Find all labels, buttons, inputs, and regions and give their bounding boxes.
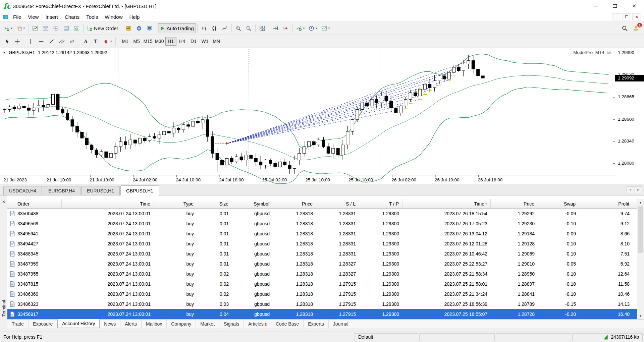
order-row-33496569[interactable]: 334965692023.07.24 13:00:01buy0.01gbpusd…: [7, 219, 637, 229]
terminal-button[interactable]: [61, 23, 71, 33]
bars-button[interactable]: [199, 23, 209, 33]
timeframe-w1[interactable]: W1: [200, 37, 211, 46]
templates-button[interactable]: ▾: [319, 23, 332, 33]
terminal-tab-trade[interactable]: Trade: [7, 320, 29, 328]
price-chart[interactable]: [0, 48, 615, 184]
line-chart-button[interactable]: [220, 23, 230, 33]
chart-tab-usdcad-h4[interactable]: USDCAD,H4: [3, 186, 42, 195]
menu-help[interactable]: Help: [126, 14, 143, 20]
order-row-33487955[interactable]: 334879552023.07.24 13:00:01buy0.02gbpusd…: [7, 269, 637, 279]
terminal-tab-code-base[interactable]: Code Base: [271, 320, 304, 328]
chart-close-button[interactable]: ✕: [632, 13, 641, 20]
templates-dropdown-icon[interactable]: ▾: [328, 26, 330, 30]
column-header-close-price[interactable]: Price: [491, 199, 538, 208]
tab-scroll-left-icon[interactable]: ◄: [627, 186, 634, 193]
market-watch-button[interactable]: [30, 23, 40, 33]
autotrading-button[interactable]: AutoTrading: [158, 23, 196, 33]
terminal-tab-company[interactable]: Company: [167, 320, 196, 328]
column-header-sl[interactable]: S / L: [316, 199, 359, 208]
order-row-33494427[interactable]: 334944272023.07.24 13:00:01buy0.01gbpusd…: [7, 239, 637, 249]
order-row-33488345[interactable]: 334883452023.07.24 13:00:01buy0.01gbpusd…: [7, 249, 637, 259]
search-icon[interactable]: [622, 25, 628, 32]
column-header-symbol[interactable]: Symbol: [232, 199, 273, 208]
profiles-button[interactable]: ▾: [14, 23, 27, 33]
menu-file[interactable]: File: [10, 14, 24, 20]
minimize-button[interactable]: [586, 0, 605, 12]
zoom-out-button[interactable]: [244, 23, 254, 33]
close-button[interactable]: ✕: [625, 0, 644, 12]
menu-charts[interactable]: Charts: [61, 14, 83, 20]
vertical-line-button[interactable]: [25, 36, 36, 46]
terminal-tab-mailbox[interactable]: Mailbox: [142, 320, 167, 328]
column-header-order[interactable]: Order: [7, 199, 62, 208]
indicators-dropdown-icon[interactable]: ▾: [303, 26, 305, 30]
navigator-button[interactable]: [51, 23, 61, 33]
terminal-tab-experts[interactable]: Experts: [304, 320, 328, 328]
column-header-close-time[interactable]: Time▿: [402, 199, 491, 208]
terminal-tab-journal[interactable]: Journal: [329, 320, 353, 328]
timeframe-m30[interactable]: M30: [154, 37, 165, 46]
options-button[interactable]: [134, 23, 144, 33]
fullscreen-button[interactable]: [144, 23, 155, 33]
chart-restore-button[interactable]: [622, 13, 631, 20]
menu-insert[interactable]: Insert: [42, 14, 61, 20]
ea-smiley-icon[interactable]: ☺: [606, 50, 612, 55]
table-scrollbar[interactable]: ▲ ▼: [637, 199, 644, 319]
periods-dropdown-icon[interactable]: ▾: [316, 26, 317, 30]
timeframe-h1[interactable]: H1: [165, 37, 176, 46]
text-label-button[interactable]: T: [91, 36, 101, 46]
new-chart-button[interactable]: ▾: [2, 23, 14, 33]
order-row-33487959[interactable]: 334879592023.07.24 13:00:01buy0.01gbpusd…: [7, 259, 637, 269]
terminal-tab-account-history[interactable]: Account History: [57, 319, 100, 328]
order-row-33486323[interactable]: 334863232023.07.24 13:00:01buy0.03gbpusd…: [7, 299, 637, 309]
timeframe-m1[interactable]: M1: [120, 37, 131, 46]
fibonacci-button[interactable]: [67, 36, 77, 46]
menu-view[interactable]: View: [24, 14, 42, 20]
metaeditor-button[interactable]: [123, 23, 134, 33]
arrows-dropdown-icon[interactable]: ▾: [110, 40, 112, 43]
scroll-up-icon[interactable]: ▲: [637, 199, 644, 206]
menu-window[interactable]: Window: [101, 14, 126, 20]
horizontal-line-button[interactable]: [36, 36, 46, 46]
column-header-open-time[interactable]: Time: [62, 199, 154, 208]
timeframe-m5[interactable]: M5: [131, 37, 142, 46]
column-header-type[interactable]: Type: [154, 199, 197, 208]
terminal-close-icon[interactable]: ✕: [2, 199, 5, 204]
community-button[interactable]: 1: [633, 25, 639, 32]
order-row-33456917[interactable]: 334569172023.07.24 13:00:01buy0.04gbpusd…: [7, 309, 637, 319]
column-header-open-price[interactable]: Price: [273, 199, 316, 208]
order-row-33487815[interactable]: 334878152023.07.24 13:00:01buy0.02gbpusd…: [7, 279, 637, 289]
terminal-tab-signals[interactable]: Signals: [219, 320, 244, 328]
periods-button[interactable]: ▾: [307, 23, 319, 33]
new-order-button[interactable]: New Order: [85, 23, 120, 33]
text-button[interactable]: A: [80, 36, 91, 46]
chart-minimize-button[interactable]: –: [612, 13, 621, 20]
arrows-button[interactable]: ▾: [101, 36, 114, 46]
order-row-33500438[interactable]: 335004382023.07.24 13:00:01buy0.01gbpusd…: [7, 209, 637, 219]
timeframe-d1[interactable]: D1: [188, 37, 199, 46]
chart-tab-gbpusd-h1[interactable]: GBPUSD,H1: [120, 185, 159, 195]
terminal-tab-alerts[interactable]: Alerts: [120, 320, 142, 328]
menu-tools[interactable]: Tools: [83, 14, 101, 20]
strategy-tester-button[interactable]: [71, 23, 82, 33]
scrollbar-thumb[interactable]: [638, 206, 643, 253]
crosshair-button[interactable]: [12, 36, 22, 46]
candles-button[interactable]: [209, 23, 220, 33]
timeframe-m15[interactable]: M15: [143, 37, 154, 46]
trendline-button[interactable]: [46, 36, 57, 46]
cursor-button[interactable]: [2, 36, 12, 46]
column-header-size[interactable]: Size: [197, 199, 232, 208]
chart-tab-eurgbp-h4[interactable]: EURGBP,H4: [43, 186, 80, 195]
data-window-button[interactable]: [40, 23, 51, 33]
tile-windows-button[interactable]: [257, 23, 267, 33]
timeframe-h4[interactable]: H4: [177, 37, 188, 46]
terminal-tab-news[interactable]: News: [100, 320, 120, 328]
chart-shift-button[interactable]: [281, 23, 291, 33]
order-row-33486369[interactable]: 334863692023.07.24 13:00:01buy0.02gbpusd…: [7, 289, 637, 299]
tab-scroll-right-icon[interactable]: ►: [635, 186, 642, 193]
equidistant-channel-button[interactable]: [57, 36, 67, 46]
profile-selector[interactable]: Default: [355, 333, 418, 341]
new-chart-dropdown-icon[interactable]: ▾: [11, 26, 12, 30]
column-header-tp[interactable]: T / P: [359, 199, 402, 208]
terminal-tab-market[interactable]: Market: [196, 320, 219, 328]
